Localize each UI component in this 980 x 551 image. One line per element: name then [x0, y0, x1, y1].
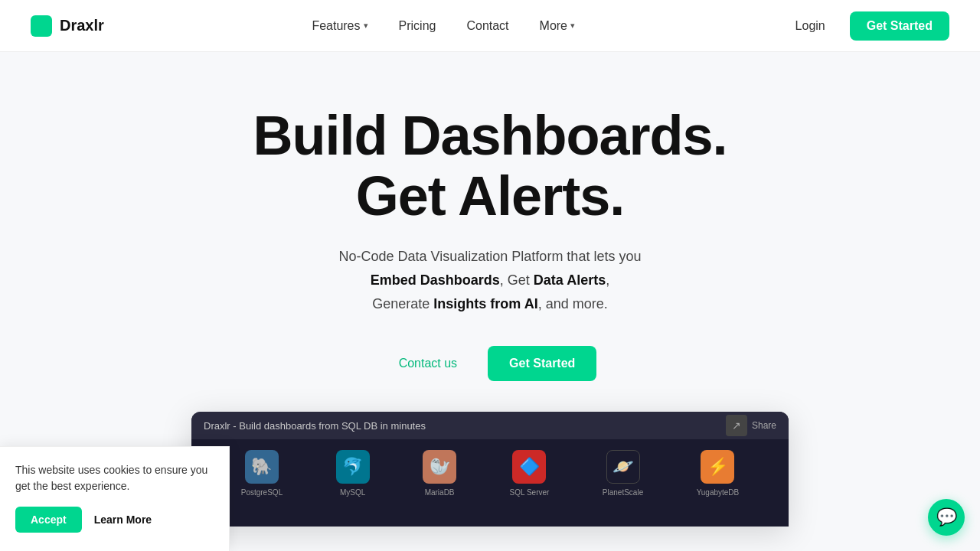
mariadb-icon: 🦭	[423, 450, 456, 484]
hero-subtext-bold2: Data Alerts	[534, 272, 606, 288]
hero-subtext-join2: ,	[606, 272, 609, 288]
nav-get-started-button[interactable]: Get Started	[850, 11, 949, 41]
nav-right: Login Get Started	[783, 11, 949, 41]
learn-more-button[interactable]: Learn More	[94, 514, 152, 526]
hero-subtext: No-Code Data Visualization Platform that…	[339, 245, 642, 315]
video-container[interactable]: Draxlr - Build dashboards from SQL DB in…	[191, 412, 789, 527]
postgresql-label: PostgreSQL	[241, 488, 283, 497]
postgresql-icon: 🐘	[245, 450, 279, 484]
features-chevron-icon: ▾	[364, 21, 368, 31]
contact-us-button[interactable]: Contact us	[384, 347, 472, 380]
hero-heading-line1: Build Dashboards.	[253, 105, 727, 166]
hero-subtext-line2-prefix: Generate	[372, 296, 433, 311]
brand-logo[interactable]: Draxlr	[31, 15, 104, 37]
hero-buttons: Contact us Get Started	[384, 346, 597, 381]
hero-get-started-button[interactable]: Get Started	[488, 346, 596, 381]
planetscale-label: PlanetScale	[603, 488, 643, 497]
db-sqlserver: 🔷 SQL Server	[510, 450, 550, 497]
db-yugabyte: ⚡ YugabyteDB	[697, 450, 740, 497]
db-planetscale: 🪐 PlanetScale	[603, 450, 643, 497]
db-mysql: 🐬 MySQL	[336, 450, 370, 497]
mysql-label: MySQL	[340, 488, 365, 497]
video-top-bar: Draxlr - Build dashboards from SQL DB in…	[191, 412, 789, 439]
sqlserver-label: SQL Server	[510, 488, 550, 497]
hero-heading-line2: Get Alerts.	[356, 165, 624, 227]
video-db-logos: 🐘 PostgreSQL 🐬 MySQL 🦭 MariaDB 🔷 SQL Ser…	[191, 439, 789, 497]
cookie-banner: This website uses cookies to ensure you …	[0, 446, 230, 551]
accept-cookies-button[interactable]: Accept	[15, 507, 82, 533]
chat-bubble-button[interactable]: 💬	[928, 499, 965, 536]
share-icon[interactable]: ↗	[726, 415, 747, 436]
logo-icon	[31, 15, 52, 37]
planetscale-icon: 🪐	[606, 450, 640, 484]
sqlserver-icon: 🔷	[512, 450, 546, 484]
login-button[interactable]: Login	[783, 13, 838, 39]
nav-center: Features ▾ Pricing Contact More ▾	[299, 13, 587, 39]
yugabyte-label: YugabyteDB	[697, 488, 740, 497]
nav-more[interactable]: More ▾	[528, 13, 587, 39]
hero-subtext-plain: No-Code Data Visualization Platform that…	[339, 249, 642, 264]
hero-heading: Build Dashboards. Get Alerts.	[253, 106, 727, 227]
mariadb-label: MariaDB	[425, 488, 455, 497]
video-title: Draxlr - Build dashboards from SQL DB in…	[204, 420, 426, 432]
chat-icon: 💬	[936, 507, 957, 527]
share-label: Share	[752, 420, 776, 431]
nav-contact[interactable]: Contact	[454, 13, 521, 39]
db-mariadb: 🦭 MariaDB	[423, 450, 456, 497]
yugabyte-icon: ⚡	[701, 450, 734, 484]
hero-subtext-line2-suffix: , and more.	[538, 296, 608, 311]
hero-subtext-bold1: Embed Dashboards	[371, 272, 500, 288]
hero-subtext-bold3: Insights from AI	[433, 296, 537, 311]
nav-pricing[interactable]: Pricing	[387, 13, 449, 39]
hero-subtext-join1: , Get	[500, 272, 534, 288]
cookie-buttons: Accept Learn More	[15, 507, 214, 533]
nav-features[interactable]: Features ▾	[299, 13, 380, 39]
db-postgresql: 🐘 PostgreSQL	[241, 450, 283, 497]
cookie-message: This website uses cookies to ensure you …	[15, 462, 214, 494]
brand-name: Draxlr	[60, 17, 104, 34]
more-chevron-icon: ▾	[570, 21, 575, 31]
video-share-area: ↗ Share	[726, 415, 776, 436]
mysql-icon: 🐬	[336, 450, 370, 484]
navbar: Draxlr Features ▾ Pricing Contact More ▾…	[0, 0, 980, 52]
